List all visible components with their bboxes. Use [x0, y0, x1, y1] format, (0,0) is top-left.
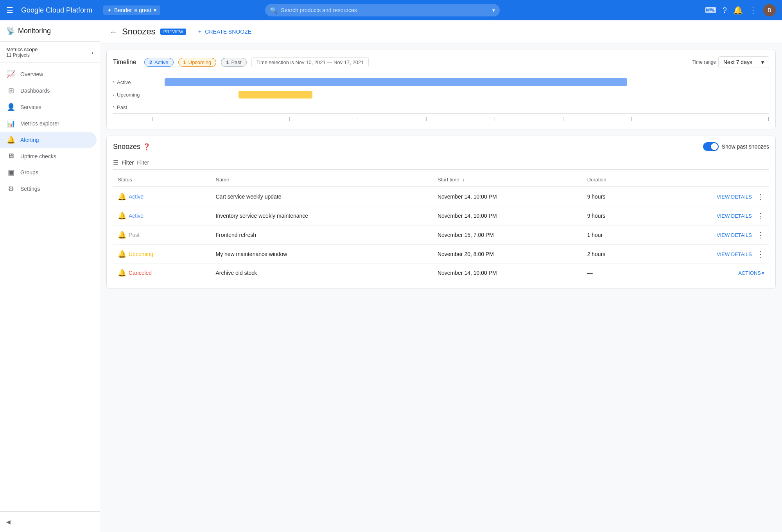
badge-active[interactable]: 2 Active — [144, 58, 174, 67]
sidebar-item-groups[interactable]: ▣Groups — [0, 164, 97, 181]
more-options-icon[interactable]: ⋮ — [749, 5, 757, 15]
view-details-button-1[interactable]: VIEW DETAILS — [717, 213, 752, 219]
gantt-label-past[interactable]: › Past — [113, 104, 152, 110]
snoozes-help-icon[interactable]: ❓ — [143, 143, 151, 150]
create-snooze-button[interactable]: ＋ CREATE SNOOZE — [197, 28, 251, 35]
metrics-scope-item[interactable]: Metrics scope 11 Projects › — [0, 42, 100, 63]
status-label-3: Upcoming — [129, 251, 153, 257]
search-input[interactable] — [265, 4, 500, 16]
metrics-explorer-icon: 📊 — [6, 119, 16, 128]
gantt-row-upcoming: › Upcoming — [113, 88, 769, 101]
view-details-button-0[interactable]: VIEW DETAILS — [717, 194, 752, 200]
cell-name-4: Archive old stock — [211, 264, 433, 282]
preview-badge: PREVIEW — [160, 29, 187, 35]
actions-arrow-icon: ▾ — [762, 270, 764, 276]
search-expand-icon: ▾ — [492, 7, 495, 13]
table-row: 🔔 Active Cart service weekly update Nove… — [113, 187, 769, 206]
time-range-label: Time range — [692, 59, 716, 65]
cell-action-0: VIEW DETAILS ⋮ — [645, 187, 769, 206]
cell-start-1: November 14, 10:00 PM — [433, 206, 583, 226]
view-details-button-3[interactable]: VIEW DETAILS — [717, 251, 752, 257]
actions-button-4[interactable]: ACTIONS ▾ — [738, 270, 764, 276]
table-header: Status Name Start time ↓ Duration — [113, 173, 769, 187]
monitoring-icon: 📡 — [6, 27, 15, 35]
show-past-toggle-area: Show past snoozes — [703, 142, 769, 151]
chevron-past-icon: › — [113, 104, 115, 110]
project-name: Bender is great — [114, 7, 151, 13]
sidebar-collapse-button[interactable]: ◀ — [0, 515, 100, 529]
main-content: ← Snoozes PREVIEW ＋ CREATE SNOOZE Timeli… — [100, 20, 782, 532]
metrics-scope-chevron: › — [91, 49, 93, 56]
sidebar: 📡 Monitoring Metrics scope 11 Projects ›… — [0, 20, 100, 532]
metrics-scope-sub: 11 Projects — [6, 52, 38, 58]
sidebar-item-dashboards[interactable]: ⊞Dashboards — [0, 82, 97, 99]
snoozes-card: Snoozes ❓ Show past snoozes ☰ Filter Fil… — [106, 136, 776, 289]
page-header: ← Snoozes PREVIEW ＋ CREATE SNOOZE — [100, 20, 782, 43]
dashboards-icon: ⊞ — [6, 86, 16, 95]
time-range-dropdown[interactable]: Next 7 days ▾ — [718, 56, 769, 68]
project-selector[interactable]: ✦ Bender is great ▾ — [103, 5, 160, 15]
sidebar-item-overview[interactable]: 📈Overview — [0, 66, 97, 82]
row-more-icon-0[interactable]: ⋮ — [757, 192, 764, 201]
cell-duration-0: 9 hours — [583, 187, 645, 206]
cell-name-0: Cart service weekly update — [211, 187, 433, 206]
sidebar-label-groups: Groups — [20, 169, 38, 176]
toggle-thumb — [711, 143, 718, 150]
sidebar-title: 📡 Monitoring — [6, 27, 93, 35]
layout: 📡 Monitoring Metrics scope 11 Projects ›… — [0, 20, 782, 532]
sidebar-label-alerting: Alerting — [20, 137, 39, 143]
table-row: 🔔 Upcoming My new maintenance window Nov… — [113, 245, 769, 264]
badge-upcoming[interactable]: 1 Upcoming — [178, 58, 217, 67]
table-header-row: Status Name Start time ↓ Duration — [113, 173, 769, 187]
cell-duration-2: 1 hour — [583, 226, 645, 245]
table-row: 🔔 Past Frontend refresh November 15, 7:0… — [113, 226, 769, 245]
status-icon-4: 🔔 — [118, 269, 126, 277]
sidebar-nav: 📈Overview⊞Dashboards👤Services📊Metrics ex… — [0, 63, 100, 200]
row-more-icon-2[interactable]: ⋮ — [757, 230, 764, 240]
back-button[interactable]: ← — [109, 27, 117, 36]
sidebar-label-services: Services — [20, 104, 41, 110]
avatar[interactable]: B — [763, 4, 776, 16]
badge-past[interactable]: 1 Past — [221, 58, 246, 67]
time-selection-label: Time selection is Nov 10, 2021 — Nov 17,… — [251, 57, 369, 67]
col-actions — [645, 173, 769, 187]
sidebar-label-uptime-checks: Uptime checks — [20, 153, 56, 159]
filter-keyword: Filter — [122, 159, 134, 166]
dropdown-arrow-icon: ▾ — [761, 59, 764, 65]
sidebar-item-alerting[interactable]: 🔔Alerting — [0, 132, 97, 148]
cell-start-2: November 15, 7:00 PM — [433, 226, 583, 245]
row-more-icon-3[interactable]: ⋮ — [757, 249, 764, 259]
topbar-actions: ⌨ ? 🔔 ⋮ B — [705, 4, 776, 16]
sidebar-item-uptime-checks[interactable]: 🖥Uptime checks — [0, 148, 97, 164]
cell-status-1: 🔔 Active — [113, 206, 211, 226]
filter-placeholder[interactable]: Filter — [137, 159, 149, 166]
cell-status-3: 🔔 Upcoming — [113, 245, 211, 264]
status-label-2: Past — [129, 232, 140, 238]
status-icon-0: 🔔 — [118, 192, 126, 201]
metrics-scope-title: Metrics scope — [6, 47, 38, 52]
gantt-row-past: › Past — [113, 101, 769, 113]
sort-icon: ↓ — [462, 177, 465, 183]
gantt-track-upcoming — [152, 90, 769, 99]
search-container: 🔍 ▾ — [265, 4, 500, 16]
project-dropdown-icon: ▾ — [154, 7, 156, 13]
services-icon: 👤 — [6, 103, 16, 111]
cell-duration-3: 2 hours — [583, 245, 645, 264]
row-more-icon-1[interactable]: ⋮ — [757, 211, 764, 220]
notifications-icon[interactable]: 🔔 — [733, 5, 743, 15]
gantt-timeline: | | | | | | | | | | — [113, 113, 769, 121]
sidebar-item-services[interactable]: 👤Services — [0, 99, 97, 115]
gantt-label-upcoming[interactable]: › Upcoming — [113, 92, 152, 98]
view-details-button-2[interactable]: VIEW DETAILS — [717, 232, 752, 238]
gantt-track-past — [152, 102, 769, 112]
show-past-toggle[interactable] — [703, 142, 719, 151]
menu-icon[interactable]: ☰ — [6, 5, 13, 15]
sidebar-item-metrics-explorer[interactable]: 📊Metrics explorer — [0, 115, 97, 132]
cloud-shell-icon[interactable]: ⌨ — [705, 5, 716, 15]
show-past-label: Show past snoozes — [722, 143, 769, 150]
sidebar-item-settings[interactable]: ⚙Settings — [0, 181, 97, 197]
gantt-label-active[interactable]: › Active — [113, 79, 152, 85]
col-start-time[interactable]: Start time ↓ — [433, 173, 583, 187]
status-label-1: Active — [129, 213, 143, 219]
help-icon[interactable]: ? — [723, 6, 727, 15]
